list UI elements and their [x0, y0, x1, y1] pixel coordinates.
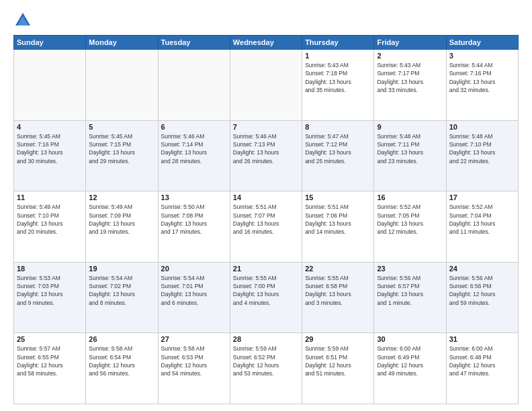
day-number: 20: [161, 265, 227, 273]
calendar-cell: 28Sunrise: 5:59 AM Sunset: 6:52 PM Dayli…: [230, 333, 302, 404]
day-info: Sunrise: 5:46 AM Sunset: 7:13 PM Dayligh…: [233, 132, 299, 165]
calendar-cell: 11Sunrise: 5:49 AM Sunset: 7:10 PM Dayli…: [14, 191, 86, 263]
calendar-cell: 2Sunrise: 5:43 AM Sunset: 7:17 PM Daylig…: [374, 50, 446, 121]
day-info: Sunrise: 5:59 AM Sunset: 6:51 PM Dayligh…: [305, 345, 371, 377]
calendar-cell: [14, 50, 86, 121]
day-info: Sunrise: 5:48 AM Sunset: 7:10 PM Dayligh…: [449, 132, 515, 165]
calendar-cell: 14Sunrise: 5:51 AM Sunset: 7:07 PM Dayli…: [230, 191, 302, 263]
day-number: 3: [449, 52, 515, 60]
logo-icon: [13, 11, 32, 30]
day-number: 13: [161, 193, 227, 201]
week-row-4: 25Sunrise: 5:57 AM Sunset: 6:55 PM Dayli…: [14, 333, 519, 404]
week-row-3: 18Sunrise: 5:53 AM Sunset: 7:03 PM Dayli…: [14, 262, 519, 333]
day-number: 28: [233, 335, 299, 343]
day-number: 11: [17, 193, 83, 201]
day-info: Sunrise: 5:54 AM Sunset: 7:02 PM Dayligh…: [89, 274, 154, 307]
calendar-cell: 19Sunrise: 5:54 AM Sunset: 7:02 PM Dayli…: [86, 262, 158, 333]
day-info: Sunrise: 6:00 AM Sunset: 6:49 PM Dayligh…: [377, 345, 443, 377]
day-number: 15: [305, 193, 371, 201]
calendar-cell: 30Sunrise: 6:00 AM Sunset: 6:49 PM Dayli…: [374, 333, 446, 404]
day-number: 6: [161, 123, 227, 131]
day-number: 17: [449, 193, 515, 201]
calendar-cell: 22Sunrise: 5:55 AM Sunset: 6:58 PM Dayli…: [302, 262, 374, 333]
calendar-cell: 25Sunrise: 5:57 AM Sunset: 6:55 PM Dayli…: [14, 333, 86, 404]
calendar-cell: 8Sunrise: 5:47 AM Sunset: 7:12 PM Daylig…: [302, 120, 374, 191]
day-info: Sunrise: 5:57 AM Sunset: 6:55 PM Dayligh…: [17, 345, 83, 377]
day-info: Sunrise: 5:53 AM Sunset: 7:03 PM Dayligh…: [17, 274, 83, 307]
day-header-tuesday: Tuesday: [158, 36, 230, 50]
calendar-cell: [158, 50, 230, 121]
day-info: Sunrise: 5:45 AM Sunset: 7:15 PM Dayligh…: [89, 132, 154, 165]
day-info: Sunrise: 5:47 AM Sunset: 7:12 PM Dayligh…: [305, 132, 371, 165]
calendar-cell: [230, 50, 302, 121]
day-header-row: SundayMondayTuesdayWednesdayThursdayFrid…: [14, 36, 519, 50]
logo: [13, 11, 35, 30]
day-info: Sunrise: 5:58 AM Sunset: 6:53 PM Dayligh…: [161, 345, 227, 377]
day-number: 26: [89, 335, 154, 343]
day-header-friday: Friday: [374, 36, 446, 50]
day-header-wednesday: Wednesday: [230, 36, 302, 50]
calendar-cell: 9Sunrise: 5:48 AM Sunset: 7:11 PM Daylig…: [374, 120, 446, 191]
day-header-thursday: Thursday: [302, 36, 374, 50]
day-info: Sunrise: 5:51 AM Sunset: 7:06 PM Dayligh…: [305, 203, 371, 236]
day-info: Sunrise: 5:49 AM Sunset: 7:09 PM Dayligh…: [89, 203, 154, 236]
calendar-cell: 26Sunrise: 5:58 AM Sunset: 6:54 PM Dayli…: [86, 333, 158, 404]
day-number: 27: [161, 335, 227, 343]
day-number: 24: [449, 265, 515, 273]
day-number: 5: [89, 123, 154, 131]
week-row-0: 1Sunrise: 5:43 AM Sunset: 7:18 PM Daylig…: [14, 50, 519, 121]
header: [13, 11, 519, 30]
calendar-cell: 24Sunrise: 5:56 AM Sunset: 6:56 PM Dayli…: [446, 262, 518, 333]
day-number: 9: [377, 123, 443, 131]
day-number: 14: [233, 193, 299, 201]
day-info: Sunrise: 5:43 AM Sunset: 7:18 PM Dayligh…: [305, 61, 371, 94]
day-number: 25: [17, 335, 83, 343]
calendar-cell: 17Sunrise: 5:52 AM Sunset: 7:04 PM Dayli…: [446, 191, 518, 263]
calendar-cell: 31Sunrise: 6:00 AM Sunset: 6:48 PM Dayli…: [446, 333, 518, 404]
day-info: Sunrise: 5:49 AM Sunset: 7:10 PM Dayligh…: [17, 203, 83, 236]
day-number: 23: [377, 265, 443, 273]
calendar-cell: 3Sunrise: 5:44 AM Sunset: 7:16 PM Daylig…: [446, 50, 518, 121]
day-info: Sunrise: 5:50 AM Sunset: 7:08 PM Dayligh…: [161, 203, 227, 236]
day-number: 31: [449, 335, 515, 343]
day-number: 21: [233, 265, 299, 273]
day-number: 10: [449, 123, 515, 131]
day-info: Sunrise: 5:58 AM Sunset: 6:54 PM Dayligh…: [89, 345, 154, 377]
day-number: 12: [89, 193, 154, 201]
calendar-cell: 16Sunrise: 5:52 AM Sunset: 7:05 PM Dayli…: [374, 191, 446, 263]
calendar-cell: 7Sunrise: 5:46 AM Sunset: 7:13 PM Daylig…: [230, 120, 302, 191]
calendar-cell: 10Sunrise: 5:48 AM Sunset: 7:10 PM Dayli…: [446, 120, 518, 191]
week-row-1: 4Sunrise: 5:45 AM Sunset: 7:16 PM Daylig…: [14, 120, 519, 191]
calendar-cell: 4Sunrise: 5:45 AM Sunset: 7:16 PM Daylig…: [14, 120, 86, 191]
day-header-monday: Monday: [86, 36, 158, 50]
day-number: 4: [17, 123, 83, 131]
calendar-cell: 18Sunrise: 5:53 AM Sunset: 7:03 PM Dayli…: [14, 262, 86, 333]
calendar-cell: 21Sunrise: 5:55 AM Sunset: 7:00 PM Dayli…: [230, 262, 302, 333]
day-info: Sunrise: 5:55 AM Sunset: 7:00 PM Dayligh…: [233, 274, 299, 307]
day-number: 22: [305, 265, 371, 273]
day-number: 8: [305, 123, 371, 131]
day-info: Sunrise: 5:43 AM Sunset: 7:17 PM Dayligh…: [377, 61, 443, 94]
calendar-cell: 15Sunrise: 5:51 AM Sunset: 7:06 PM Dayli…: [302, 191, 374, 263]
calendar-cell: 1Sunrise: 5:43 AM Sunset: 7:18 PM Daylig…: [302, 50, 374, 121]
day-number: 2: [377, 52, 443, 60]
day-info: Sunrise: 5:48 AM Sunset: 7:11 PM Dayligh…: [377, 132, 443, 165]
day-number: 1: [305, 52, 371, 60]
day-number: 29: [305, 335, 371, 343]
calendar-cell: 13Sunrise: 5:50 AM Sunset: 7:08 PM Dayli…: [158, 191, 230, 263]
week-row-2: 11Sunrise: 5:49 AM Sunset: 7:10 PM Dayli…: [14, 191, 519, 263]
calendar-cell: 27Sunrise: 5:58 AM Sunset: 6:53 PM Dayli…: [158, 333, 230, 404]
day-number: 30: [377, 335, 443, 343]
calendar-cell: 20Sunrise: 5:54 AM Sunset: 7:01 PM Dayli…: [158, 262, 230, 333]
calendar-cell: 5Sunrise: 5:45 AM Sunset: 7:15 PM Daylig…: [86, 120, 158, 191]
calendar-cell: 29Sunrise: 5:59 AM Sunset: 6:51 PM Dayli…: [302, 333, 374, 404]
calendar: SundayMondayTuesdayWednesdayThursdayFrid…: [13, 35, 519, 404]
day-number: 19: [89, 265, 154, 273]
day-info: Sunrise: 5:56 AM Sunset: 6:56 PM Dayligh…: [449, 274, 515, 307]
day-header-saturday: Saturday: [446, 36, 518, 50]
day-info: Sunrise: 5:56 AM Sunset: 6:57 PM Dayligh…: [377, 274, 443, 307]
day-info: Sunrise: 5:52 AM Sunset: 7:04 PM Dayligh…: [449, 203, 515, 236]
day-info: Sunrise: 5:59 AM Sunset: 6:52 PM Dayligh…: [233, 345, 299, 377]
day-info: Sunrise: 5:54 AM Sunset: 7:01 PM Dayligh…: [161, 274, 227, 307]
day-number: 18: [17, 265, 83, 273]
